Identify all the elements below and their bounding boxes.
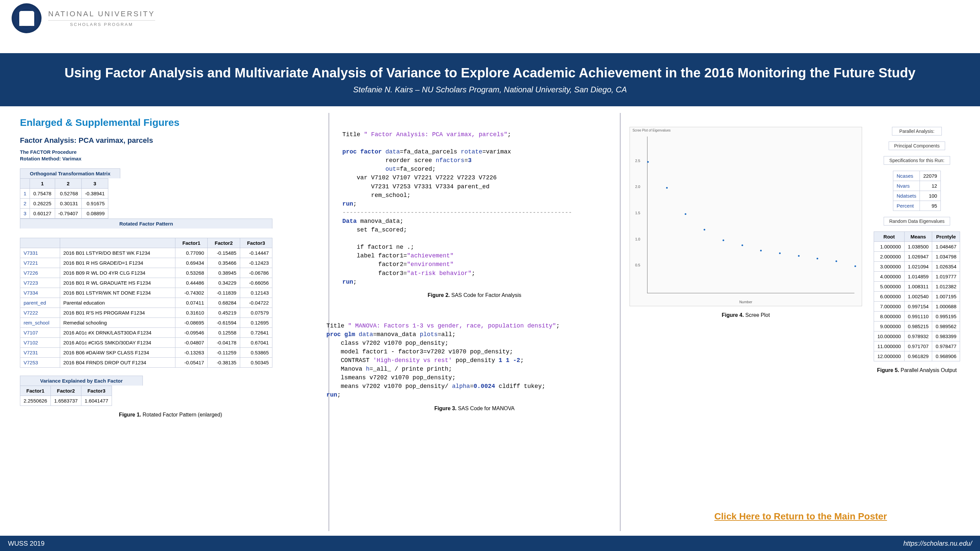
otm-table: 12310.754780.52768-0.3894120.262250.3013…	[20, 178, 108, 219]
scree-title: Scree Plot of Eigenvalues	[633, 129, 671, 132]
poster-title: Using Factor Analysis and Multivariate A…	[64, 65, 915, 80]
pa-heading-2: Principal Components	[889, 141, 945, 150]
figure-2-caption: Figure 2. SAS Code for Factor Analysis	[337, 292, 612, 298]
rfp-table: Factor1Factor2Factor3V73312016 B01 LSTYR…	[20, 238, 272, 368]
pa-heading-4: Random Data Eigenvalues	[884, 217, 950, 225]
scree-plot: Scree Plot of Eigenvalues 0.51.01.52.02.…	[630, 127, 862, 306]
footer-left: WUSS 2019	[8, 540, 45, 547]
university-name: NATIONAL UNIVERSITY	[48, 10, 155, 18]
poster-author: Stefanie N. Kairs – NU Scholars Program,…	[353, 85, 627, 94]
column-3: Scree Plot of Eigenvalues 0.51.01.52.02.…	[620, 113, 967, 531]
fa-procedure-label: The FACTOR ProcedureRotation Method: Var…	[20, 149, 321, 162]
figure-1-caption: Figure 1. Rotated Factor Pattern (enlarg…	[20, 412, 321, 418]
pa-heading-1: Parallel Analysis:	[892, 127, 942, 135]
title-bar: Using Factor Analysis and Multivariate A…	[0, 53, 980, 106]
footer: WUSS 2019 https://scholars.nu.edu/	[0, 536, 980, 551]
figure-5-caption: Figure 5. Parallel Analysis Output	[874, 367, 960, 373]
fa-title: Factor Analysis: PCA varimax, parcels	[20, 136, 321, 145]
vexp-caption: Variance Explained by Each Factor	[20, 376, 143, 386]
figure-3-caption: Figure 3. SAS Code for MANOVA	[337, 405, 612, 411]
otm-caption: Orthogonal Transformation Matrix	[20, 168, 120, 178]
rfp-caption: Rotated Factor Pattern	[20, 219, 272, 229]
header-logo: NATIONAL UNIVERSITY SCHOLARS PROGRAM	[12, 3, 155, 33]
sas-code-manova: Title " MANOVA: Factors 1-3 vs gender, r…	[326, 321, 607, 400]
figure-4-caption: Figure 4. Scree Plot	[628, 312, 864, 318]
return-link-container: Click Here to Return to the Main Poster	[714, 511, 887, 522]
pa-eig-table: RootMeansPrcntyle1.0000001.0385001.04846…	[874, 232, 960, 361]
pa-heading-3: Specifications for this Run:	[884, 156, 950, 165]
section-heading: Enlarged & Supplemental Figures	[20, 117, 321, 128]
vexp-table: Factor1Factor2Factor32.25506261.65837371…	[20, 386, 112, 406]
column-2: Title " Factor Analysis: PCA varimax, pa…	[329, 113, 620, 531]
scree-xlabel: Number	[739, 300, 752, 304]
pa-spec-table: Ncases22079Nvars12Ndatsets100Percent95	[893, 171, 941, 211]
sas-code-factor: Title " Factor Analysis: PCA varimax, pa…	[342, 130, 607, 286]
return-to-main-link[interactable]: Click Here to Return to the Main Poster	[714, 511, 887, 521]
column-1: Enlarged & Supplemental Figures Factor A…	[13, 113, 329, 531]
program-name: SCHOLARS PROGRAM	[48, 20, 155, 27]
content-area: Enlarged & Supplemental Figures Factor A…	[13, 113, 967, 531]
footer-url: https://scholars.nu.edu/	[903, 540, 972, 547]
university-seal-icon	[12, 3, 41, 33]
